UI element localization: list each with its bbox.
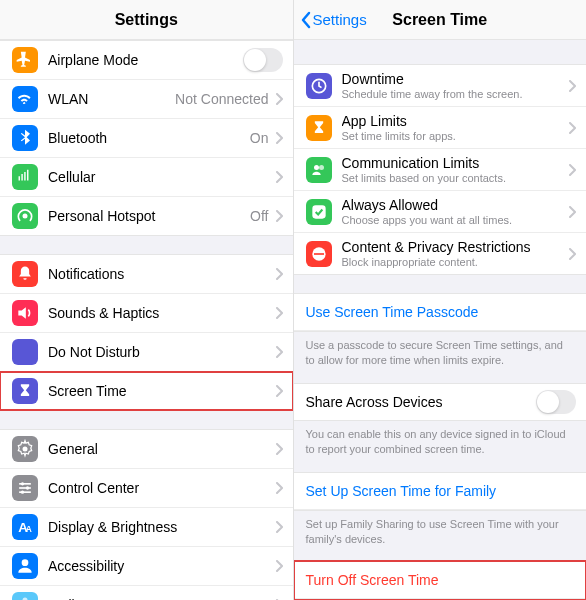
use-passcode-link[interactable]: Use Screen Time Passcode (294, 294, 587, 331)
row-label: Do Not Disturb (48, 344, 275, 360)
downtime-icon (306, 73, 332, 99)
sliders-icon (12, 475, 38, 501)
toggle-airplane[interactable] (243, 48, 283, 72)
airplane-icon (12, 47, 38, 73)
settings-row-do-not-disturb[interactable]: Do Not Disturb (0, 333, 293, 372)
settings-list[interactable]: Airplane ModeWLANNot ConnectedBluetoothO… (0, 40, 293, 600)
back-button[interactable]: Settings (300, 11, 367, 29)
chevron-right-icon (275, 385, 283, 397)
row-label: Notifications (48, 266, 275, 282)
row-label: Control Center (48, 480, 275, 496)
row-sub: Set limits based on your contacts. (342, 172, 569, 184)
row-label: WLAN (48, 91, 175, 107)
settings-row-accessibility[interactable]: Accessibility (0, 547, 293, 586)
row-sub: Block inappropriate content. (342, 256, 569, 268)
row-label: Always Allowed (342, 197, 569, 213)
screentime-content[interactable]: DowntimeSchedule time away from the scre… (294, 40, 587, 600)
row-label: Accessibility (48, 558, 275, 574)
chevron-right-icon (275, 560, 283, 572)
moon-icon (12, 339, 38, 365)
setup-family-link[interactable]: Set Up Screen Time for Family (294, 473, 587, 510)
screentime-row-always-allowed[interactable]: Always AllowedChoose apps you want at al… (294, 191, 587, 233)
check-icon (306, 199, 332, 225)
row-label: Communication Limits (342, 155, 569, 171)
screentime-title: Screen Time (392, 11, 487, 29)
gear-icon (12, 436, 38, 462)
svg-point-0 (23, 214, 28, 219)
row-value: Off (250, 208, 268, 224)
chevron-right-icon (275, 171, 283, 183)
text-icon: AA (12, 514, 38, 540)
svg-rect-25 (314, 253, 324, 255)
wifi-icon (12, 86, 38, 112)
row-sub: Schedule time away from the screen. (342, 88, 569, 100)
row-label: Content & Privacy Restrictions (342, 239, 569, 255)
chevron-right-icon (275, 307, 283, 319)
back-label: Settings (313, 11, 367, 28)
svg-point-5 (21, 482, 24, 485)
screentime-row-downtime[interactable]: DowntimeSchedule time away from the scre… (294, 65, 587, 107)
hotspot-icon (12, 203, 38, 229)
bell-icon (12, 261, 38, 287)
nosign-icon (306, 241, 332, 267)
screentime-row-content-privacy-restrictions[interactable]: Content & Privacy RestrictionsBlock inap… (294, 233, 587, 274)
settings-row-screen-time[interactable]: Screen Time (0, 372, 293, 410)
chevron-right-icon (275, 93, 283, 105)
row-label: Downtime (342, 71, 569, 87)
settings-row-bluetooth[interactable]: BluetoothOn (0, 119, 293, 158)
share-toggle[interactable] (536, 390, 576, 414)
chevron-right-icon (275, 132, 283, 144)
screentime-row-app-limits[interactable]: App LimitsSet time limits for apps. (294, 107, 587, 149)
settings-row-display-brightness[interactable]: AADisplay & Brightness (0, 508, 293, 547)
settings-row-wallpaper[interactable]: Wallpaper (0, 586, 293, 600)
updated-text (294, 40, 587, 64)
settings-row-airplane-mode[interactable]: Airplane Mode (0, 41, 293, 80)
settings-header: Settings (0, 0, 293, 40)
share-across-devices-row[interactable]: Share Across Devices (294, 384, 587, 420)
row-label: Sounds & Haptics (48, 305, 275, 321)
hourglass-icon (306, 115, 332, 141)
turn-off-screentime-link[interactable]: Turn Off Screen Time (294, 562, 587, 599)
speaker-icon (12, 300, 38, 326)
settings-row-sounds-haptics[interactable]: Sounds & Haptics (0, 294, 293, 333)
settings-row-notifications[interactable]: Notifications (0, 255, 293, 294)
comm-icon (306, 157, 332, 183)
svg-text:A: A (26, 524, 32, 534)
row-label: Airplane Mode (48, 52, 243, 68)
share-description: You can enable this on any device signed… (294, 421, 587, 472)
settings-row-personal-hotspot[interactable]: Personal HotspotOff (0, 197, 293, 235)
row-label: Screen Time (48, 383, 275, 399)
settings-row-control-center[interactable]: Control Center (0, 469, 293, 508)
row-label: General (48, 441, 275, 457)
svg-point-7 (21, 491, 24, 494)
person-icon (12, 553, 38, 579)
svg-point-10 (22, 559, 29, 566)
chevron-right-icon (275, 346, 283, 358)
row-value: On (250, 130, 269, 146)
screentime-row-communication-limits[interactable]: Communication LimitsSet limits based on … (294, 149, 587, 191)
cellular-icon (12, 164, 38, 190)
svg-point-6 (26, 486, 29, 489)
row-sub: Set time limits for apps. (342, 130, 569, 142)
row-label: Personal Hotspot (48, 208, 250, 224)
settings-row-wlan[interactable]: WLANNot Connected (0, 80, 293, 119)
screentime-header: Settings Screen Time (294, 0, 587, 40)
bluetooth-icon (12, 125, 38, 151)
svg-point-1 (23, 447, 28, 452)
settings-row-general[interactable]: General (0, 430, 293, 469)
settings-title: Settings (115, 11, 178, 29)
chevron-right-icon (568, 248, 576, 260)
chevron-right-icon (568, 122, 576, 134)
svg-point-21 (314, 165, 319, 170)
chevron-right-icon (275, 521, 283, 533)
row-label: Display & Brightness (48, 519, 275, 535)
chevron-right-icon (568, 206, 576, 218)
family-description: Set up Family Sharing to use Screen Time… (294, 511, 587, 562)
row-label: Cellular (48, 169, 275, 185)
chevron-right-icon (275, 482, 283, 494)
svg-point-22 (319, 165, 324, 170)
row-label: App Limits (342, 113, 569, 129)
chevron-right-icon (568, 80, 576, 92)
share-label: Share Across Devices (306, 394, 537, 410)
settings-row-cellular[interactable]: Cellular (0, 158, 293, 197)
